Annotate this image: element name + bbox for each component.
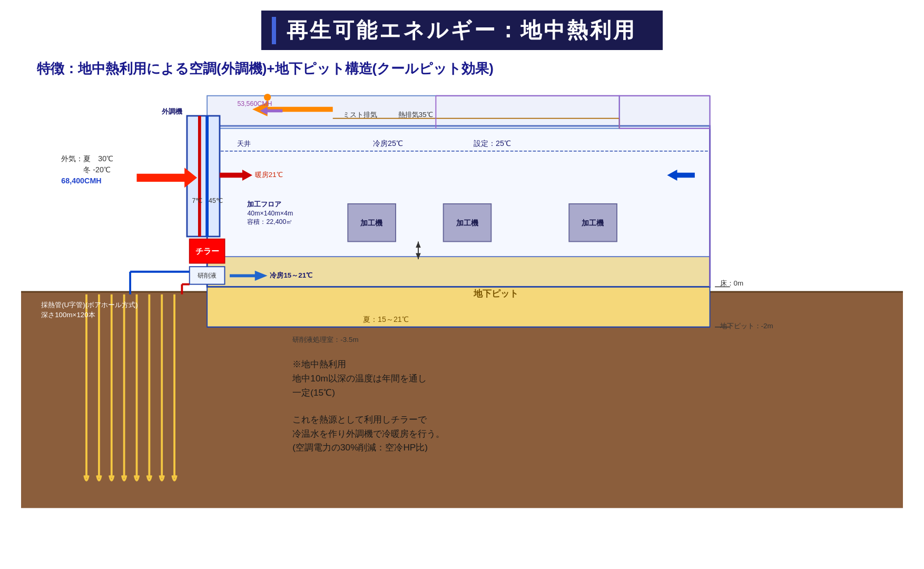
- svg-text:これを熱源として利用しチラーで: これを熱源として利用しチラーで: [292, 414, 427, 425]
- svg-text:深さ100m×120本: 深さ100m×120本: [41, 311, 95, 319]
- svg-text:53,560CMH: 53,560CMH: [237, 100, 272, 107]
- svg-text:加工機: 加工機: [360, 219, 382, 227]
- subtitle: 特徴：地中熱利用による空調(外調機)+地下ピット構造(クールピット効果): [21, 60, 903, 78]
- svg-marker-25: [260, 107, 282, 115]
- svg-text:冬 -20℃: 冬 -20℃: [61, 165, 111, 174]
- svg-text:研削液処理室：-3.5m: 研削液処理室：-3.5m: [292, 336, 358, 344]
- svg-rect-28: [348, 204, 396, 242]
- svg-rect-5: [207, 96, 620, 129]
- svg-text:地下ピット: 地下ピット: [473, 288, 518, 299]
- svg-text:外気：夏　30℃: 外気：夏 30℃: [61, 154, 113, 163]
- svg-rect-7: [187, 116, 220, 237]
- svg-marker-35: [416, 241, 421, 247]
- svg-text:採熱管(U字管)(ボアホール方式): 採熱管(U字管)(ボアホール方式): [41, 301, 137, 309]
- svg-text:地下ピット：-2m: 地下ピット：-2m: [720, 322, 773, 330]
- svg-marker-27: [667, 170, 694, 181]
- svg-text:床：0m: 床：0m: [720, 279, 744, 287]
- svg-text:加工機: 加工機: [456, 219, 478, 227]
- svg-text:一定(15℃): 一定(15℃): [292, 387, 335, 398]
- svg-rect-0: [21, 292, 903, 508]
- svg-text:設定：25℃: 設定：25℃: [474, 139, 511, 148]
- svg-marker-14: [137, 168, 198, 188]
- page-title: 再生可能エネルギー：地中熱利用: [287, 16, 636, 45]
- svg-point-16: [264, 94, 271, 101]
- svg-text:外調機: 外調機: [161, 107, 182, 115]
- svg-rect-6: [620, 96, 710, 129]
- svg-marker-36: [416, 253, 421, 259]
- svg-marker-15: [252, 102, 333, 116]
- page-container: 再生可能エネルギー：地中熱利用 特徴：地中熱利用による空調(外調機)+地下ピット…: [0, 0, 924, 569]
- svg-text:夏：15～21℃: 夏：15～21℃: [363, 315, 409, 323]
- svg-text:45℃: 45℃: [209, 197, 223, 204]
- title-accent: [272, 17, 276, 44]
- svg-text:7℃: 7℃: [192, 197, 202, 204]
- diagram-area: チラー 研削液: [21, 86, 903, 518]
- svg-text:冷温水を作り外調機で冷暖房を行う。: 冷温水を作り外調機で冷暖房を行う。: [292, 428, 445, 439]
- svg-rect-32: [569, 204, 617, 242]
- svg-text:40m×140m×4m: 40m×140m×4m: [247, 210, 293, 217]
- svg-text:容積：22,400㎥: 容積：22,400㎥: [247, 218, 292, 225]
- svg-rect-2: [207, 257, 710, 327]
- svg-text:地中10m以深の温度は年間を通し: 地中10m以深の温度は年間を通し: [292, 373, 426, 384]
- diagram-svg: チラー 研削液: [21, 86, 903, 518]
- svg-text:※地中熱利用: ※地中熱利用: [292, 359, 346, 369]
- svg-text:加工機: 加工機: [581, 219, 604, 227]
- svg-text:冷房15～21℃: 冷房15～21℃: [270, 271, 312, 279]
- title-bar: 再生可能エネルギー：地中熱利用: [261, 11, 663, 50]
- svg-text:熱排気35℃: 熱排気35℃: [398, 111, 433, 119]
- svg-text:研削液: 研削液: [198, 272, 217, 279]
- svg-rect-30: [444, 204, 492, 242]
- svg-text:天井: 天井: [237, 140, 251, 148]
- svg-marker-37: [230, 271, 268, 281]
- svg-rect-3: [207, 126, 710, 287]
- svg-rect-10: [190, 239, 225, 263]
- svg-text:冷房25℃: 冷房25℃: [373, 139, 403, 148]
- svg-text:暖房21℃: 暖房21℃: [255, 171, 283, 179]
- svg-text:加工フロア: 加工フロア: [247, 200, 281, 208]
- svg-text:(空調電力の30%削減：空冷HP比): (空調電力の30%削減：空冷HP比): [292, 442, 428, 453]
- svg-text:チラー: チラー: [195, 247, 219, 256]
- svg-text:68,400CMH: 68,400CMH: [61, 176, 101, 185]
- svg-marker-26: [220, 170, 252, 181]
- svg-text:ミスト排気: ミスト排気: [343, 111, 377, 119]
- svg-rect-12: [190, 267, 225, 284]
- title-container: 再生可能エネルギー：地中熱利用: [21, 11, 903, 50]
